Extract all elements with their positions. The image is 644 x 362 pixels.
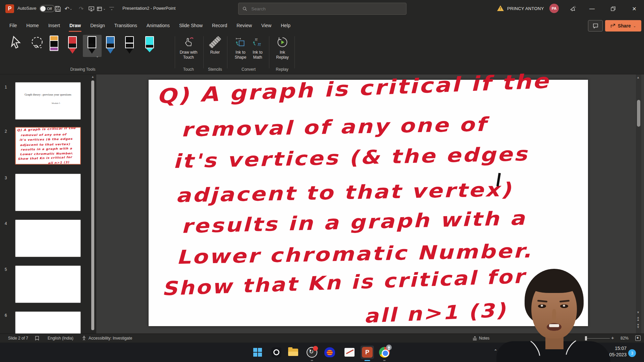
comments-button[interactable] — [588, 20, 603, 32]
webcam-presenter-overlay — [496, 267, 610, 362]
slide-thumbnail-4[interactable] — [15, 220, 81, 257]
customize-qat-icon[interactable]: ⌄ — [109, 7, 114, 10]
obs-studio-icon[interactable] — [305, 346, 319, 359]
slideshow-dropdown-icon[interactable]: ⌄ — [103, 7, 106, 10]
warning-icon[interactable] — [497, 5, 504, 11]
slide-number: 4 — [5, 221, 7, 226]
main-vertical-scrollbar[interactable]: ▲ ▼ ▲▲ ▼▼ — [636, 74, 641, 334]
select-cursor-icon[interactable] — [9, 36, 24, 57]
ink-to-math-icon: ππ — [252, 36, 263, 49]
active-running-indicator — [365, 360, 370, 361]
ink-line: Show that Kn is critical for — [161, 265, 526, 300]
pencil-tool-icon[interactable] — [122, 36, 137, 57]
powerpoint-window: P AutoSave Off ↶⌄ ↷ ⌄ ⌄ Presentation2 - … — [0, 0, 644, 362]
tab-record[interactable]: Record — [207, 17, 232, 34]
slide1-subtitle: Module 5 — [52, 102, 60, 104]
fit-slide-icon[interactable] — [635, 336, 641, 341]
undo-icon[interactable]: ↶⌄ — [64, 4, 73, 13]
tab-view[interactable]: View — [257, 17, 276, 34]
ink-line: adjacent to that vertex) — [175, 178, 513, 206]
whiteboard-app-icon[interactable] — [343, 346, 356, 359]
slide-thumbnail-6[interactable] — [15, 311, 81, 334]
scroll-down-icon[interactable]: ▼ — [637, 311, 640, 314]
slide-thumbnail-2[interactable]: Q) A graph is critical if the removal of… — [15, 127, 81, 165]
tab-home[interactable]: Home — [22, 17, 44, 34]
tab-help[interactable]: Help — [276, 17, 295, 34]
powerpoint-logo-icon[interactable]: P — [5, 4, 14, 13]
next-slide-icon[interactable]: ▼▼ — [637, 324, 640, 328]
previous-slide-icon[interactable]: ▲▲ — [637, 316, 640, 321]
spellcheck-icon[interactable] — [35, 336, 40, 342]
slide-thumbnail-3[interactable] — [15, 174, 81, 211]
ruler-button[interactable]: Ruler — [201, 36, 229, 55]
slideshow-window-icon[interactable]: ⌄ — [97, 4, 106, 13]
notes-button[interactable]: Notes — [479, 336, 489, 341]
powerpoint-taskbar-icon[interactable]: P — [361, 346, 374, 359]
group-label-replay: Replay — [276, 67, 288, 72]
ink-line: Lower chromatic Number. — [176, 240, 533, 268]
red-pen-tool-icon[interactable] — [65, 36, 80, 57]
redo-icon[interactable]: ↷ — [76, 4, 86, 13]
lasso-select-icon[interactable] — [30, 36, 45, 57]
undo-dropdown-icon[interactable]: ⌄ — [70, 7, 72, 10]
zoom-level[interactable]: 82% — [621, 336, 629, 341]
recording-dot-icon — [313, 346, 318, 351]
tab-review[interactable]: Review — [232, 17, 257, 34]
tab-insert[interactable]: Insert — [44, 17, 65, 34]
share-dropdown-icon[interactable]: ⌄ — [633, 24, 636, 28]
scroll-up-icon[interactable]: ▲ — [637, 76, 640, 79]
scroll-up-icon[interactable]: ▲ — [91, 75, 94, 78]
tab-transitions[interactable]: Transitions — [110, 17, 142, 34]
document-title: Presentation2 - PowerPoint — [122, 6, 175, 11]
thumbnail-panel-scrollbar[interactable]: ▲ — [91, 75, 95, 333]
megaphone-icon[interactable] — [568, 4, 578, 13]
draw-with-touch-button[interactable]: Draw with Touch — [174, 36, 203, 60]
save-icon[interactable] — [53, 4, 62, 13]
ink-replay-icon — [276, 36, 288, 49]
slide-number: 2 — [5, 129, 7, 134]
scrollbar-thumb[interactable] — [637, 100, 640, 127]
scrollbar-thumb[interactable] — [91, 80, 94, 330]
maximize-icon[interactable] — [605, 0, 621, 17]
zoom-in-icon[interactable]: + — [611, 335, 614, 341]
highlighter-tool-icon[interactable] — [142, 36, 157, 57]
search-input[interactable] — [251, 6, 402, 12]
chrome-icon[interactable] — [378, 346, 391, 359]
eraser-tool-icon[interactable] — [46, 36, 62, 57]
slide2-ink-preview: Q) A graph is critical if the removal of… — [16, 128, 80, 164]
camera-app-icon[interactable] — [270, 346, 283, 359]
slide-indicator[interactable]: Slide 2 of 7 — [8, 336, 28, 341]
share-button[interactable]: Share ⌄ — [605, 20, 641, 32]
accessibility-icon[interactable] — [82, 336, 87, 342]
ink-line: all n>1 (3) — [363, 299, 507, 327]
share-label: Share — [618, 23, 631, 28]
tab-slide-show[interactable]: Slide Show — [174, 17, 207, 34]
present-icon[interactable] — [87, 4, 96, 13]
slide-number: 3 — [5, 176, 7, 180]
tab-animations[interactable]: Animations — [142, 17, 174, 34]
slide-thumbnail-5[interactable] — [15, 265, 81, 303]
user-name[interactable]: PRINCY ANTONY — [507, 6, 544, 11]
tab-draw[interactable]: Draw — [65, 17, 86, 34]
blue-pen-tool-icon[interactable] — [103, 36, 118, 57]
language-indicator[interactable]: English (India) — [48, 336, 73, 341]
title-bar: P AutoSave Off ↶⌄ ↷ ⌄ ⌄ Presentation2 - … — [0, 0, 644, 17]
accessibility-status[interactable]: Accessibility: Investigate — [89, 336, 132, 341]
avatar[interactable]: PA — [549, 4, 559, 13]
group-label-stencils: Stencils — [208, 67, 222, 72]
black-pen-tool-icon[interactable] — [84, 36, 100, 57]
group-divider — [294, 36, 295, 68]
tab-file[interactable]: File — [5, 17, 22, 34]
file-explorer-icon[interactable] — [286, 346, 300, 359]
windows-start-icon[interactable] — [251, 346, 264, 359]
tab-design[interactable]: Design — [86, 17, 110, 34]
ink-line: it's vertices (& the edges — [173, 143, 529, 172]
notification-badge[interactable]: 3 — [628, 349, 636, 357]
headset-audio-app-icon[interactable] — [323, 346, 336, 359]
search-bar[interactable] — [238, 3, 407, 15]
slide-thumbnail-1[interactable]: Graph theory –previous year questions Mo… — [15, 82, 81, 120]
pen-options-chevron-icon[interactable]: ⌄ — [96, 54, 99, 58]
minimize-icon[interactable]: — — [584, 0, 600, 17]
close-icon[interactable]: ✕ — [627, 0, 642, 17]
ink-replay-button[interactable]: Ink Replay — [268, 36, 297, 60]
